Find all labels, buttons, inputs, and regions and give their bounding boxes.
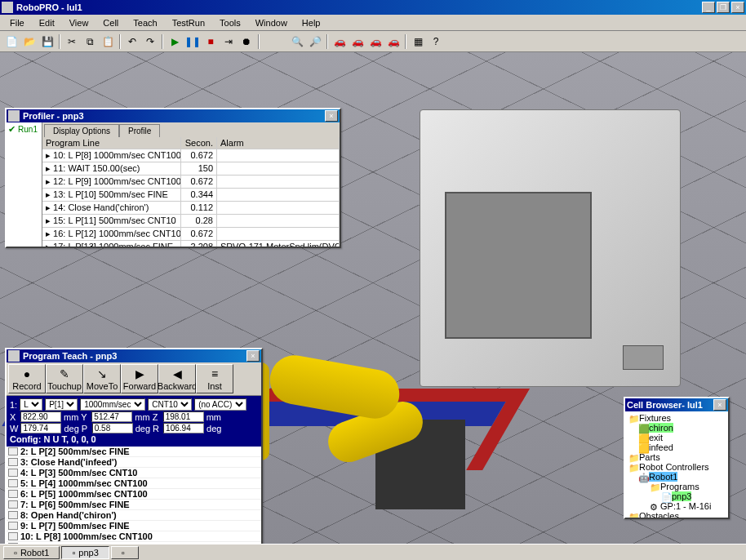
p-field[interactable] xyxy=(92,423,133,433)
motion-type-select[interactable]: L xyxy=(20,398,42,411)
speed-select[interactable]: 1000mm/sec xyxy=(80,398,145,411)
maximize-button[interactable]: ❐ xyxy=(717,2,730,13)
expand-icon[interactable]: ▸ xyxy=(46,242,51,247)
tree-node-fixtures[interactable]: 📁Fixtures xyxy=(627,413,726,423)
expand-icon[interactable]: ▸ xyxy=(46,189,51,199)
cellbrowser-titlebar[interactable]: Cell Browser- lul1 × xyxy=(625,398,728,411)
line-marker-icon[interactable] xyxy=(8,500,18,509)
profiler-titlebar[interactable]: Profiler - pnp3 × xyxy=(7,109,340,122)
program-line[interactable]: 8: Open Hand('chiron') xyxy=(7,510,261,521)
expand-icon[interactable]: ▸ xyxy=(46,150,51,160)
expand-icon[interactable]: ▸ xyxy=(46,176,51,186)
car4-icon[interactable]: 🚗 xyxy=(385,33,402,50)
zoom-in-button[interactable]: 🔍 xyxy=(289,33,305,50)
profiler-row[interactable]: ▸ 15: L P[11] 500mm/sec CNT100.28 xyxy=(42,215,340,228)
menu-tools[interactable]: Tools xyxy=(213,16,247,29)
col-seconds[interactable]: Secon. xyxy=(181,137,217,149)
tree-node-obstacles[interactable]: 📁Obstacles xyxy=(627,511,726,518)
program-line[interactable]: 7: L P[6] 500mm/sec FINE xyxy=(7,500,261,510)
menu-teach[interactable]: Teach xyxy=(127,16,163,29)
teach-program-list[interactable]: 2: L P[2] 500mm/sec FINE3: Close Hand('i… xyxy=(7,447,261,544)
tree-node-pnp3[interactable]: 📄pnp3 xyxy=(627,491,726,501)
line-marker-icon[interactable] xyxy=(8,469,18,477)
expand-icon[interactable]: ▸ xyxy=(46,202,51,212)
menu-view[interactable]: View xyxy=(63,16,95,29)
teach-titlebar[interactable]: Program Teach - pnp3 × xyxy=(7,349,261,362)
program-line[interactable]: 5: L P[4] 1000mm/sec CNT100 xyxy=(7,478,261,489)
zoom-out-button[interactable]: 🔎 xyxy=(307,33,323,50)
tree-node-infeed[interactable]: 🟨infeed xyxy=(627,442,726,452)
undo-button[interactable]: ↶ xyxy=(124,33,140,50)
cell-browser-tree[interactable]: 📁Fixtures🟩chiron🟨exit🟨infeed📁Parts📁Robot… xyxy=(625,411,728,518)
car3-icon[interactable]: 🚗 xyxy=(367,33,384,50)
program-line[interactable]: 10: L P[8] 1000mm/sec CNT100 xyxy=(7,531,261,542)
close-button[interactable]: × xyxy=(731,2,744,13)
expand-icon[interactable]: ▸ xyxy=(46,163,51,173)
program-line[interactable]: 6: L P[5] 1000mm/sec CNT100 xyxy=(7,489,261,500)
copy-button[interactable]: ⧉ xyxy=(82,33,98,50)
program-line[interactable]: 2: L P[2] 500mm/sec FINE xyxy=(7,447,261,457)
line-marker-icon[interactable] xyxy=(8,511,18,519)
save-button[interactable]: 💾 xyxy=(39,33,56,50)
profiler-run-label[interactable]: Run1 xyxy=(18,125,38,134)
line-marker-icon[interactable] xyxy=(8,447,18,456)
program-line[interactable]: 4: L P[3] 500mm/sec CNT10 xyxy=(7,468,261,478)
car1-icon[interactable]: 🚗 xyxy=(331,33,348,50)
teach-touchup-button[interactable]: ✎Touchup xyxy=(46,364,83,393)
teach-backward-button[interactable]: ◀Backward xyxy=(158,364,196,393)
acc-select[interactable]: (no ACC) xyxy=(194,398,246,411)
expand-icon[interactable]: ▸ xyxy=(46,229,51,238)
profiler-row[interactable]: ▸ 16: L P[12] 1000mm/sec CNT1000.672 xyxy=(42,228,340,241)
menu-cell[interactable]: Cell xyxy=(96,16,125,29)
redo-button[interactable]: ↷ xyxy=(142,33,158,50)
minimize-button[interactable]: _ xyxy=(702,2,715,13)
paste-button[interactable]: 📋 xyxy=(100,33,116,50)
profiler-row[interactable]: ▸ 12: L P[9] 1000mm/sec CNT1000.672 xyxy=(42,176,340,189)
line-marker-icon[interactable] xyxy=(8,479,18,487)
new-button[interactable]: 📄 xyxy=(3,33,20,50)
line-marker-icon[interactable] xyxy=(8,458,18,466)
taskbar-item-robot1[interactable]: ▫Robot1 xyxy=(3,546,60,559)
profiler-close-button[interactable]: × xyxy=(325,110,338,122)
r-field[interactable] xyxy=(163,423,204,433)
taskbar-item-pnp3[interactable]: ▫pnp3 xyxy=(61,546,109,559)
profiler-row[interactable]: ▸ 11: WAIT 150.00(sec)150 xyxy=(42,162,340,176)
x-field[interactable] xyxy=(20,411,61,422)
line-marker-icon[interactable] xyxy=(8,522,18,530)
col-program-line[interactable]: Program Line xyxy=(42,137,181,149)
taskbar-item-empty[interactable]: ▫ xyxy=(111,546,139,559)
z-field[interactable] xyxy=(163,411,204,422)
menu-edit[interactable]: Edit xyxy=(33,16,61,29)
tree-node-exit[interactable]: 🟨exit xyxy=(627,433,726,442)
tree-node-parts[interactable]: 📁Parts xyxy=(627,452,726,462)
y-field[interactable] xyxy=(91,411,132,422)
expand-icon[interactable]: ▸ xyxy=(46,216,51,225)
open-button[interactable]: 📂 xyxy=(21,33,38,50)
profiler-tab-profile[interactable]: Profile xyxy=(119,124,160,137)
cell-browser-window[interactable]: Cell Browser- lul1 × 📁Fixtures🟩chiron🟨ex… xyxy=(624,397,730,519)
cellbrowser-close-button[interactable]: × xyxy=(713,399,726,411)
termination-select[interactable]: CNT10 xyxy=(148,398,192,411)
w-field[interactable] xyxy=(20,423,61,433)
pause-button[interactable]: ❚❚ xyxy=(184,33,201,50)
play-button[interactable]: ▶ xyxy=(167,33,183,50)
cut-button[interactable]: ✂ xyxy=(64,33,80,50)
profiler-row[interactable]: ▸ 14: Close Hand('chiron')0.112 xyxy=(42,202,340,215)
program-line[interactable]: 3: Close Hand('infeed') xyxy=(7,457,261,468)
record-button[interactable]: ⏺ xyxy=(238,33,255,50)
teach-record-button[interactable]: ●Record xyxy=(8,364,46,393)
tree-node-robot-controllers[interactable]: 📁Robot Controllers xyxy=(627,462,726,472)
line-marker-icon[interactable] xyxy=(8,490,18,498)
tree-node-chiron[interactable]: 🟩chiron xyxy=(627,423,726,433)
profiler-row[interactable]: ▸ 17: L P[13] 1000mm/sec FINE2.208SRVO-1… xyxy=(42,241,340,247)
profiler-tab-display-options[interactable]: Display Options xyxy=(44,124,119,137)
menu-window[interactable]: Window xyxy=(249,16,294,29)
program-line[interactable]: 9: L P[7] 500mm/sec FINE xyxy=(7,521,261,531)
menu-help[interactable]: Help xyxy=(295,16,327,29)
teach-inst-button[interactable]: ≡Inst xyxy=(196,364,233,393)
profiler-row[interactable]: ▸ 10: L P[8] 1000mm/sec CNT1000.672 xyxy=(42,149,340,162)
tree-node-gp-1-m-16i[interactable]: ⚙GP:1 - M-16i xyxy=(627,501,726,511)
profiler-table[interactable]: Program LineSecon.Alarm▸ 10: L P[8] 1000… xyxy=(42,137,340,247)
teach-forward-button[interactable]: ▶Forward xyxy=(121,364,158,393)
step-button[interactable]: ⇥ xyxy=(220,33,237,50)
